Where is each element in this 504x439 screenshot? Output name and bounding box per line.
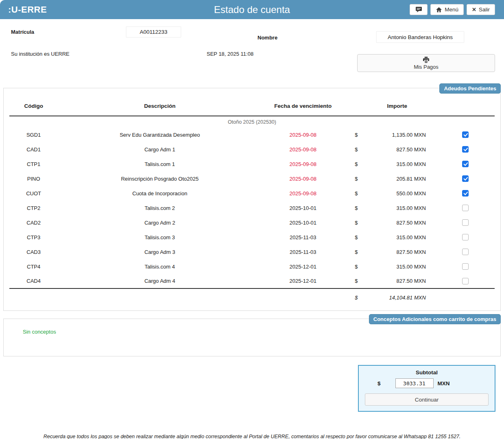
table-row: CTP3 Talisis.com 3 2025-11-03 $ 315.00 M…	[9, 230, 495, 245]
row-importe: 827.50 MXN	[369, 215, 436, 230]
conceptos-badge: Conceptos Adicionales como carrito de co…	[369, 314, 501, 324]
menu-button[interactable]: Menú	[430, 4, 464, 15]
row-currency-symbol: $	[344, 171, 369, 186]
row-currency-symbol: $	[344, 186, 369, 201]
footer: Recuerda que todos los pagos se deben re…	[0, 433, 504, 439]
row-fecha: 2025-10-01	[262, 201, 344, 215]
column-header-symbol	[344, 99, 369, 116]
subtotal-input[interactable]	[395, 378, 434, 388]
row-codigo: CAD3	[9, 245, 58, 259]
term-group-row: Otoño 2025 (202530)	[9, 116, 495, 127]
subtotal-row: $ MXN	[359, 378, 495, 388]
row-currency-symbol: $	[344, 274, 369, 288]
row-fecha: 2025-09-08	[262, 142, 344, 157]
row-fecha: 2025-10-01	[262, 215, 344, 230]
row-fecha: 2025-09-08	[262, 127, 344, 142]
comments-button[interactable]	[410, 4, 428, 15]
row-codigo: PINO	[9, 171, 58, 186]
total-row: $ 14,104.81 MXN	[9, 288, 495, 306]
row-checkbox[interactable]	[462, 175, 469, 182]
subtotal-section: Subtotal $ MXN Continuar	[0, 365, 504, 412]
row-codigo: CTP3	[9, 230, 58, 245]
subtotal-box: Subtotal $ MXN Continuar	[358, 365, 495, 412]
row-checkbox[interactable]	[462, 234, 469, 240]
matricula-field[interactable]: A00112233	[126, 26, 181, 37]
exit-button[interactable]: ✕ Salir	[467, 4, 495, 15]
row-codigo: CTP2	[9, 201, 58, 215]
row-currency-symbol: $	[344, 245, 369, 259]
table-row: CAD1 Cargo Adm 1 2025-09-08 $ 827.50 MXN	[9, 142, 495, 157]
row-descripcion: Reinscripción Posgrado Oto2025	[58, 171, 262, 186]
conceptos-panel: Conceptos Adicionales como carrito de co…	[3, 319, 501, 356]
student-info-section: Matrícula A00112233 Nombre Antonio Bande…	[0, 19, 504, 84]
column-header-fecha: Fecha de vencimiento	[262, 99, 344, 116]
row-importe: 827.50 MXN	[369, 245, 436, 259]
column-header-importe: Importe	[369, 99, 436, 116]
table-row: PINO Reinscripción Posgrado Oto2025 2025…	[9, 171, 495, 186]
row-descripcion: Cargo Adm 3	[58, 245, 262, 259]
row-checkbox[interactable]	[462, 146, 469, 153]
mis-pagos-label: Mis Pagos	[414, 64, 439, 70]
column-header-descripcion: Descripción	[58, 99, 262, 116]
row-codigo: CTP4	[9, 259, 58, 274]
row-checkbox[interactable]	[462, 205, 469, 211]
row-checkbox[interactable]	[462, 219, 469, 226]
row-fecha: 2025-09-08	[262, 157, 344, 171]
row-checkbox[interactable]	[462, 249, 469, 255]
adeudos-panel: Adeudos Pendientes Código Descripción Fe…	[3, 88, 501, 311]
row-importe: 827.50 MXN	[369, 274, 436, 288]
row-fecha: 2025-09-08	[262, 171, 344, 186]
row-descripcion: Cuota de Incorporacion	[58, 186, 262, 201]
row-importe: 315.00 MXN	[369, 230, 436, 245]
nombre-label: Nombre	[257, 35, 277, 41]
matricula-label: Matrícula	[11, 29, 34, 35]
row-checkbox[interactable]	[462, 263, 469, 270]
row-descripcion: Cargo Adm 2	[58, 215, 262, 230]
row-importe: 550.00 MXN	[369, 186, 436, 201]
table-row: CTP4 Talisis.com 4 2025-12-01 $ 315.00 M…	[9, 259, 495, 274]
row-importe: 827.50 MXN	[369, 142, 436, 157]
continue-button[interactable]: Continuar	[365, 393, 489, 406]
row-checkbox[interactable]	[462, 161, 469, 167]
row-currency-symbol: $	[344, 142, 369, 157]
row-importe: 315.00 MXN	[369, 157, 436, 171]
statement-datetime: SEP 18, 2025 11:08	[207, 51, 253, 57]
row-fecha: 2025-09-08	[262, 186, 344, 201]
table-row: CAD4 Cargo Adm 4 2025-12-01 $ 827.50 MXN	[9, 274, 495, 288]
row-currency-symbol: $	[344, 230, 369, 245]
institution-text: Su institución es UERRE	[11, 51, 70, 57]
row-importe: 205.81 MXN	[369, 171, 436, 186]
adeudos-table: Código Descripción Fecha de vencimiento …	[9, 99, 495, 306]
row-currency-symbol: $	[344, 157, 369, 171]
nombre-field[interactable]: Antonio Banderas Hopkins	[376, 31, 464, 43]
subtotal-label: Subtotal	[359, 369, 495, 376]
uerre-logo: :U-ERRE	[8, 4, 47, 15]
row-checkbox[interactable]	[462, 190, 469, 197]
header-bar: :U-ERRE Estado de cuenta Menú ✕ Salir	[0, 0, 504, 19]
table-header-row: Código Descripción Fecha de vencimiento …	[9, 99, 495, 116]
row-descripcion: Talisis.com 2	[58, 201, 262, 215]
table-row: SGD1 Serv Edu Garantizada Desempleo 2025…	[9, 127, 495, 142]
table-row: CAD2 Cargo Adm 2 2025-10-01 $ 827.50 MXN	[9, 215, 495, 230]
table-row: CTP2 Talisis.com 2 2025-10-01 $ 315.00 M…	[9, 201, 495, 215]
row-descripcion: Serv Edu Garantizada Desempleo	[58, 127, 262, 142]
menu-button-label: Menú	[445, 7, 458, 13]
row-currency-symbol: $	[344, 201, 369, 215]
total-currency-symbol: $	[344, 288, 369, 306]
no-conceptos-text: Sin conceptos	[23, 329, 500, 335]
row-fecha: 2025-11-03	[262, 230, 344, 245]
row-codigo: CUOT	[9, 186, 58, 201]
comment-icon	[415, 7, 422, 13]
subtotal-currency-symbol: $	[377, 380, 381, 387]
table-row: CTP1 Talisis.com 1 2025-09-08 $ 315.00 M…	[9, 157, 495, 171]
exit-button-label: Salir	[479, 7, 490, 13]
row-checkbox[interactable]	[462, 278, 469, 284]
mis-pagos-button[interactable]: Mis Pagos	[357, 54, 495, 72]
printer-icon	[422, 56, 430, 63]
close-icon: ✕	[472, 7, 476, 13]
row-descripcion: Talisis.com 4	[58, 259, 262, 274]
row-checkbox[interactable]	[462, 131, 469, 138]
subtotal-currency-code: MXN	[438, 380, 450, 387]
column-header-codigo: Código	[9, 99, 58, 116]
row-currency-symbol: $	[344, 259, 369, 274]
